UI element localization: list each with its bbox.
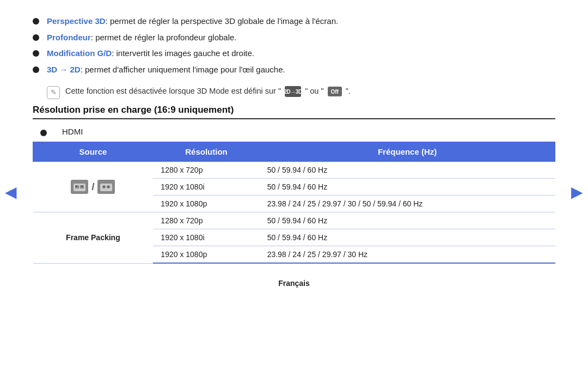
note-text: Cette fonction est désactivée lorsque 3D…	[65, 86, 351, 97]
bullet-dot	[40, 130, 47, 136]
frequency-cell: 50 / 59.94 / 60 Hz	[260, 229, 555, 246]
col-source: Source	[33, 142, 154, 162]
note-icon: ✎	[47, 86, 60, 99]
table-header: Source Résolution Fréquence (Hz)	[33, 142, 555, 162]
svg-point-8	[103, 186, 105, 188]
bullet-dot	[33, 18, 39, 25]
bullet-list: Perspective 3D: permet de régler la pers…	[33, 15, 555, 76]
desc-profondeur: : permet de régler la profondeur globale…	[91, 33, 237, 42]
icon-2d3d: 2D→3D	[285, 86, 301, 97]
source-cell-icons: /	[33, 162, 154, 212]
note-text-before: Cette fonction est désactivée lorsque 3D…	[65, 87, 281, 95]
page-wrapper: ◀ ▶ Perspective 3D: permet de régler la …	[0, 0, 588, 384]
frequency-cell: 50 / 59.94 / 60 Hz	[260, 212, 555, 229]
col-frequency: Fréquence (Hz)	[260, 142, 555, 162]
hdmi-icon-1	[71, 180, 88, 194]
term-perspective: Perspective 3D	[47, 16, 106, 26]
term-3d2d: 3D → 2D	[47, 65, 81, 74]
bullet-dot	[33, 50, 39, 57]
svg-point-4	[82, 186, 83, 187]
frame-packing-label: Frame Packing	[66, 233, 120, 242]
term-modification: Modification G/D	[47, 48, 112, 58]
source-cell-frame: Frame Packing	[33, 212, 154, 264]
note-text-middle: " ou "	[305, 87, 323, 95]
table-row: Frame Packing 1280 x 720p 50 / 59.94 / 6…	[33, 212, 555, 229]
hdmi-label: HDMI	[62, 127, 83, 136]
table-body: / 1280 x 720p 50 / 59.9	[33, 162, 555, 264]
slash-separator: /	[91, 181, 94, 193]
frequency-cell: 23.98 / 24 / 25 / 29.97 / 30 Hz	[260, 246, 555, 264]
right-arrow-icon: ▶	[571, 183, 583, 201]
desc-perspective: : permet de régler la perspective 3D glo…	[106, 16, 339, 26]
footer: Français	[33, 279, 555, 288]
list-item: Perspective 3D: permet de régler la pers…	[33, 15, 555, 28]
col-resolution: Résolution	[153, 142, 259, 162]
frequency-cell: 23.98 / 24 / 25 / 29.97 / 30 / 50 / 59.9…	[260, 196, 555, 212]
section-heading: Résolution prise en charge (16:9 uniquem…	[33, 105, 555, 119]
list-item: Modification G/D: intervertit les images…	[33, 47, 555, 60]
frequency-cell: 50 / 59.94 / 60 Hz	[260, 179, 555, 196]
list-item: 3D → 2D: permet d'afficher uniquement l'…	[33, 64, 555, 76]
resolution-cell: 1920 x 1080i	[153, 179, 259, 196]
resolution-cell: 1920 x 1080p	[153, 246, 259, 264]
bullet-dot	[33, 66, 39, 73]
table-header-row: Source Résolution Fréquence (Hz)	[33, 142, 555, 162]
svg-rect-5	[100, 184, 112, 191]
hdmi-icon-2	[97, 180, 115, 194]
note-block: ✎ Cette fonction est désactivée lorsque …	[47, 86, 555, 99]
resolution-cell: 1920 x 1080i	[153, 229, 259, 246]
list-item: Profondeur: permet de régler la profonde…	[33, 32, 555, 44]
resolution-cell: 1280 x 720p	[153, 212, 259, 229]
hdmi-svg-2	[99, 181, 113, 192]
desc-3d2d: : permet d'afficher uniquement l'image p…	[81, 65, 285, 74]
list-item-text: 3D → 2D: permet d'afficher uniquement l'…	[47, 64, 285, 76]
resolution-table: Source Résolution Fréquence (Hz)	[33, 142, 555, 264]
nav-arrow-right[interactable]: ▶	[569, 179, 585, 205]
bullet-dot	[33, 34, 39, 41]
list-item-text: Perspective 3D: permet de régler la pers…	[47, 15, 338, 28]
frequency-cell: 50 / 59.94 / 60 Hz	[260, 162, 555, 179]
source-icons: /	[41, 180, 146, 194]
note-text-after: ".	[346, 87, 351, 95]
list-item-text: Modification G/D: intervertit les images…	[47, 47, 254, 60]
term-profondeur: Profondeur	[47, 33, 91, 42]
nav-arrow-left[interactable]: ◀	[3, 179, 19, 205]
resolution-cell: 1920 x 1080p	[153, 196, 259, 212]
footer-language: Français	[278, 279, 310, 288]
table-row: / 1280 x 720p 50 / 59.9	[33, 162, 555, 179]
svg-point-9	[108, 186, 109, 188]
svg-point-3	[76, 186, 77, 187]
left-arrow-icon: ◀	[5, 183, 17, 201]
hdmi-bullet: HDMI	[40, 127, 555, 136]
resolution-cell: 1280 x 720p	[153, 162, 259, 179]
list-item-text: Profondeur: permet de régler la profonde…	[47, 32, 237, 44]
icon-off: Off	[328, 87, 342, 96]
desc-modification: : intervertit les images gauche et droit…	[112, 48, 254, 58]
hdmi-svg-1	[72, 181, 87, 192]
